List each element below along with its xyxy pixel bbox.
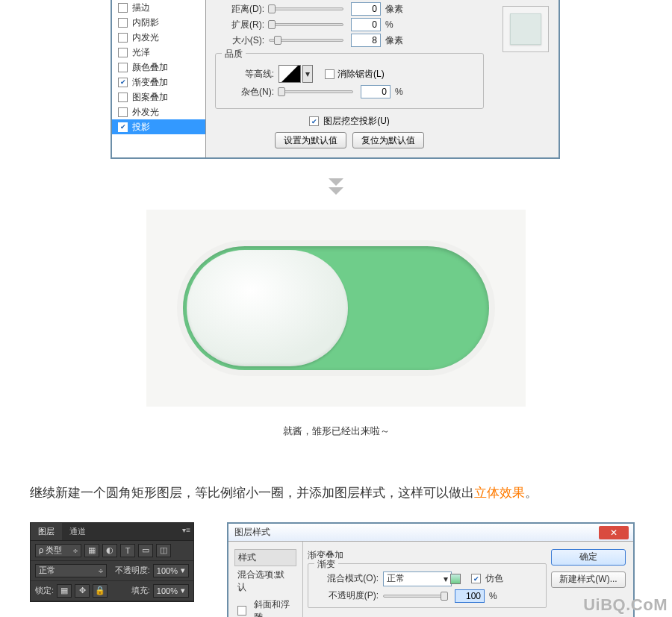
checkbox[interactable] <box>118 33 128 43</box>
style-bevel[interactable]: 斜面和浮雕 <box>234 596 296 617</box>
fill-label: 填充: <box>131 585 150 596</box>
contour-dropdown[interactable]: ▾ <box>302 65 313 83</box>
style-inner-shadow[interactable]: 内阴影 <box>112 15 205 30</box>
article-paragraph: 继续新建一个圆角矩形图层，等比例缩小一圈，并添加图层样式，这样可以做出立体效果。 <box>30 483 642 504</box>
style-color-overlay[interactable]: 颜色叠加 <box>112 60 205 75</box>
distance-input[interactable] <box>351 2 381 16</box>
filter-shape-icon[interactable]: ▭ <box>138 544 153 557</box>
checkbox[interactable] <box>118 122 128 132</box>
style-drop-shadow[interactable]: 投影 <box>112 119 205 134</box>
checkbox[interactable] <box>118 107 128 117</box>
lock-pixels-icon[interactable]: ▦ <box>57 584 72 598</box>
opacity-input[interactable] <box>455 589 485 603</box>
result-preview <box>146 210 526 407</box>
antialias-check[interactable]: 消除锯齿(L) <box>325 68 385 81</box>
style-label: 图案叠加 <box>132 91 168 104</box>
slider-thumb[interactable] <box>441 592 448 601</box>
filter-pixel-icon[interactable]: ▦ <box>84 544 99 557</box>
filter-adjust-icon[interactable]: ◐ <box>102 544 117 557</box>
lock-position-icon[interactable]: ✥ <box>75 584 90 598</box>
bottom-row: 图层 通道 ▾≡ ρ 类型÷ ▦ ◐ T ▭ ◫ 正常÷ 不透明度: 100%▾… <box>30 522 642 617</box>
chevron-down-icon: ÷ <box>73 546 78 555</box>
close-button[interactable]: ✕ <box>599 526 629 539</box>
contour-row: 等高线: ▾ 消除锯齿(L) <box>225 65 474 83</box>
styles-header[interactable]: 样式 <box>234 549 296 566</box>
distance-row: 距离(D): 像素 <box>215 2 484 16</box>
label: ρ 类型 <box>39 545 62 556</box>
main-column: 渐变叠加 渐变 混合模式(O): 正常▾ 仿色 不透明度(P): % <box>303 542 551 617</box>
layer-style-dialog-bottom: 图层样式 ✕ 样式 混合选项:默认 斜面和浮雕 渐变叠加 渐变 混合模式(O):… <box>227 522 635 617</box>
filter-type-icon[interactable]: T <box>120 544 135 557</box>
slider-thumb[interactable] <box>268 4 276 13</box>
unit-pct: % <box>395 87 403 97</box>
checkbox[interactable] <box>325 69 335 79</box>
contour-preview[interactable] <box>279 65 301 83</box>
toggle-track <box>183 246 489 370</box>
dialog-body: 距离(D): 像素 扩展(R): % 大小(S): 像素 品质 等高线: ▾ 消… <box>206 0 493 157</box>
noise-input[interactable] <box>361 85 391 98</box>
noise-slider[interactable] <box>279 90 353 93</box>
opacity-row: 不透明度(P): % <box>316 589 538 603</box>
opacity-slider[interactable] <box>383 595 447 598</box>
reset-default-button[interactable]: 复位为默认值 <box>352 132 424 148</box>
filter-row: ρ 类型÷ ▦ ◐ T ▭ ◫ <box>31 541 193 561</box>
size-slider[interactable] <box>269 39 343 42</box>
panel-menu-icon[interactable]: ▾≡ <box>182 526 190 534</box>
blend-options-default[interactable]: 混合选项:默认 <box>234 566 296 596</box>
filter-kind-dropdown[interactable]: ρ 类型÷ <box>35 544 81 557</box>
filter-smart-icon[interactable]: ◫ <box>156 544 171 557</box>
checkbox[interactable] <box>118 48 128 57</box>
checkbox[interactable] <box>118 3 128 13</box>
checkbox[interactable] <box>237 606 246 616</box>
chevron-icon: ▾ <box>181 566 185 575</box>
dialog-title-bar[interactable]: 图层样式 ✕ <box>228 524 633 542</box>
spread-input[interactable] <box>351 18 381 31</box>
slider-thumb[interactable] <box>274 36 281 45</box>
style-pattern-overlay[interactable]: 图案叠加 <box>112 90 205 104</box>
unit-pct: % <box>489 591 497 601</box>
opacity-label: 不透明度(P): <box>316 589 383 602</box>
checkbox[interactable] <box>118 78 128 87</box>
buttons-column: 确定 新建样式(W)... <box>551 542 633 617</box>
blend-mode-select[interactable]: 正常▾ <box>383 571 452 586</box>
panel-tabs: 图层 通道 ▾≡ <box>31 523 193 541</box>
checkbox[interactable] <box>118 93 128 102</box>
style-gradient-overlay[interactable]: 渐变叠加 <box>112 75 205 90</box>
slider-thumb[interactable] <box>278 87 285 96</box>
opacity-label: 不透明度: <box>115 565 150 576</box>
blend-label: 混合模式(O): <box>316 572 383 585</box>
quality-group: 品质 等高线: ▾ 消除锯齿(L) 杂色(N): % <box>215 53 484 109</box>
distance-slider[interactable] <box>269 7 343 10</box>
value: 正常 <box>387 572 405 585</box>
spread-slider[interactable] <box>269 23 343 26</box>
tab-channels[interactable]: 通道 <box>62 523 93 540</box>
opacity-value[interactable]: 100%▾ <box>153 564 189 577</box>
make-default-button[interactable]: 设置为默认值 <box>275 132 346 148</box>
label: 正常 <box>39 565 55 576</box>
checkbox[interactable] <box>118 63 128 72</box>
article-highlight: 立体效果 <box>474 486 525 500</box>
checkbox[interactable] <box>471 574 481 583</box>
size-input[interactable] <box>351 34 381 47</box>
style-stroke[interactable]: 描边 <box>112 0 205 15</box>
noise-label: 杂色(N): <box>225 86 279 98</box>
dialog-title: 图层样式 <box>234 526 270 539</box>
contour-label: 等高线: <box>225 68 279 81</box>
new-style-button[interactable]: 新建样式(W)... <box>551 571 626 588</box>
layers-panel: 图层 通道 ▾≡ ρ 类型÷ ▦ ◐ T ▭ ◫ 正常÷ 不透明度: 100%▾… <box>30 522 194 602</box>
style-inner-glow[interactable]: 内发光 <box>112 30 205 45</box>
style-outer-glow[interactable]: 外发光 <box>112 104 205 119</box>
ok-button[interactable]: 确定 <box>551 549 626 566</box>
tab-layers[interactable]: 图层 <box>31 523 62 540</box>
checkbox[interactable] <box>309 116 319 126</box>
preview-column <box>493 0 559 157</box>
styles-list: 描边 内阴影 内发光 光泽 颜色叠加 渐变叠加 图案叠加 外发光 投影 <box>112 0 206 157</box>
gradient-thumb-icon[interactable] <box>450 574 461 584</box>
lock-all-icon[interactable]: 🔒 <box>93 584 108 598</box>
checkbox[interactable] <box>118 18 128 28</box>
fill-value[interactable]: 100%▾ <box>153 584 189 598</box>
blend-mode-dropdown[interactable]: 正常÷ <box>35 564 107 577</box>
slider-thumb[interactable] <box>268 20 276 29</box>
dither-label: 仿色 <box>485 572 503 585</box>
style-satin[interactable]: 光泽 <box>112 45 205 60</box>
